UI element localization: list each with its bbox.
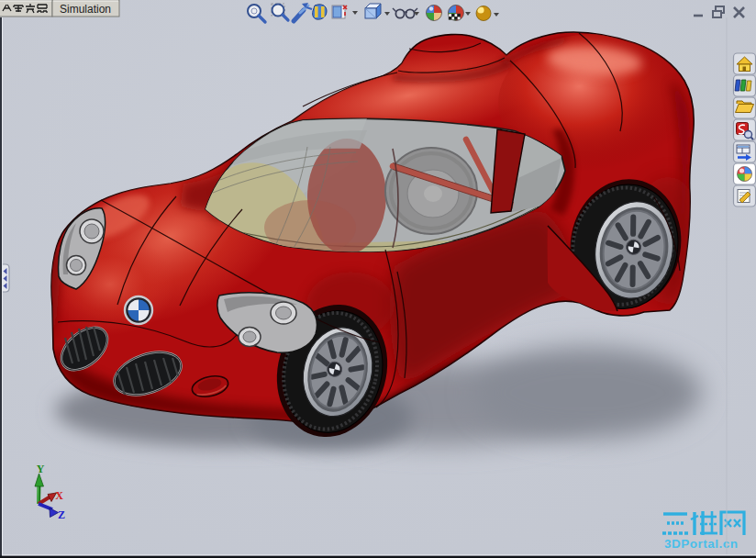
svg-text:Z: Z: [58, 508, 65, 521]
svg-text:Simulation: Simulation: [60, 3, 111, 16]
svg-text:Y: Y: [37, 463, 45, 475]
svg-text:X: X: [55, 489, 63, 502]
